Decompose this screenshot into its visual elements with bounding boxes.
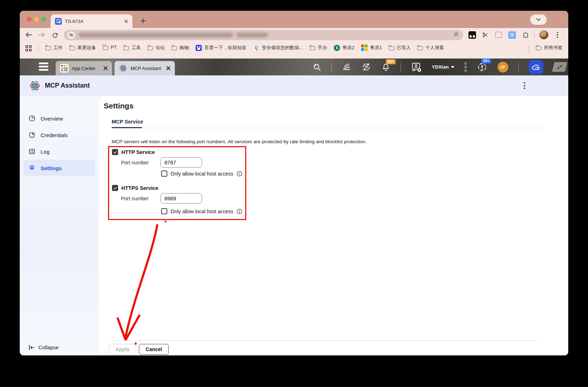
- collapse-desktop-icon[interactable]: [552, 62, 568, 72]
- http-port-input[interactable]: [160, 157, 202, 168]
- forward-icon[interactable]: [37, 31, 46, 39]
- browser-menu-icon[interactable]: [553, 31, 562, 39]
- bookmark-folder[interactable]: 工具: [123, 45, 141, 51]
- profile-avatar[interactable]: [539, 30, 549, 39]
- all-bookmarks-folder[interactable]: 所有书签: [536, 45, 563, 51]
- apply-button[interactable]: Apply: [109, 344, 136, 355]
- https-service-checkbox[interactable]: [112, 185, 118, 191]
- https-port-label: Port number: [121, 196, 160, 201]
- new-tab-button[interactable]: [138, 16, 148, 26]
- mcp-assistant-icon: [119, 64, 127, 73]
- http-service-checkbox[interactable]: [112, 149, 118, 155]
- blue-extension-icon[interactable]: [508, 31, 516, 39]
- info-icon[interactable]: [237, 171, 242, 177]
- bookmark-folder[interactable]: 已导入: [389, 45, 411, 51]
- settings-page: Settings MCP Service MCP servers will li…: [99, 96, 568, 355]
- browser-tab-strip: TS-673A: [20, 11, 568, 28]
- reload-icon[interactable]: [51, 31, 59, 39]
- nas-tab-mcp-assistant[interactable]: MCP Assistant: [115, 61, 175, 75]
- tab-active-underline: [112, 127, 142, 128]
- bookmark-sharepoint[interactable]: S售后2: [334, 45, 354, 51]
- apps-grid-icon[interactable]: [25, 45, 32, 51]
- folder-icon: [172, 46, 177, 50]
- app-menu-icon[interactable]: [524, 82, 525, 89]
- settings-description: MCP servers will listen on the following…: [112, 139, 367, 144]
- bookmark-folder[interactable]: 论坛: [148, 45, 165, 51]
- sidebar-item-settings[interactable]: Settings: [23, 160, 95, 176]
- bookmark-folder[interactable]: 工作: [46, 45, 63, 51]
- search-icon[interactable]: [313, 63, 321, 71]
- window-close-button[interactable]: [27, 17, 32, 22]
- bookmark-folder[interactable]: 购物: [172, 45, 189, 51]
- back-icon[interactable]: [24, 31, 33, 39]
- https-service-row: HTTPS Service: [112, 185, 158, 191]
- sync-icon[interactable]: [361, 62, 371, 72]
- folder-icon: [70, 46, 75, 50]
- nas-toolbar-icons: 10+ YDXian 10+: [313, 59, 566, 75]
- close-icon[interactable]: [166, 66, 171, 70]
- tab-close-icon[interactable]: [124, 19, 128, 23]
- user-name[interactable]: YDXian: [432, 64, 454, 70]
- sidebar-item-log[interactable]: Log: [23, 143, 95, 160]
- user-account-icon[interactable]: [411, 62, 422, 72]
- bookmark-folder[interactable]: PT: [103, 45, 117, 50]
- caret-down-icon: [451, 66, 454, 68]
- bookmark-folder[interactable]: 手办: [310, 45, 327, 51]
- background-tasks-icon[interactable]: [342, 63, 351, 71]
- bookmark-qnap[interactable]: Q安全储存您的数据...: [253, 45, 303, 51]
- app-body: Overview Credentials Log Settings Collap…: [20, 96, 568, 355]
- nas-more-menu-icon[interactable]: [465, 62, 467, 72]
- app-sidebar: Overview Credentials Log Settings Collap…: [20, 96, 99, 355]
- divider: [401, 62, 401, 72]
- notifications-bell-icon[interactable]: 10+: [381, 62, 391, 72]
- bookmark-baidu[interactable]: 百度一下，你就知道: [196, 45, 246, 51]
- baidu-icon: [196, 45, 202, 51]
- bookmark-microsoft[interactable]: 售后1: [361, 45, 382, 51]
- http-local-row: Only allow local host access: [161, 171, 242, 177]
- address-bar[interactable]: [64, 30, 463, 40]
- site-settings-icon[interactable]: [67, 31, 75, 39]
- toolbar-divider: [534, 31, 535, 38]
- http-local-only-checkbox[interactable]: [161, 171, 167, 177]
- scissors-extension-icon[interactable]: [481, 31, 490, 39]
- sidebar-collapse-button[interactable]: Collapse: [28, 345, 59, 350]
- main-menu-icon[interactable]: [39, 62, 48, 71]
- microsoft-icon: [361, 45, 368, 51]
- annotation-arrow: [99, 96, 568, 355]
- https-local-row: Only allow local host access: [161, 208, 242, 214]
- nas-top-bar: App Center MCP Assistant: [20, 59, 568, 75]
- bookmark-folder[interactable]: 个人博客: [417, 45, 444, 51]
- blurred-url-text: [79, 33, 233, 37]
- bookmark-folder[interactable]: 家里设备: [70, 45, 96, 51]
- tab-mcp-service[interactable]: MCP Service: [112, 119, 143, 125]
- window-minimize-button[interactable]: [34, 17, 39, 22]
- http-port-label: Port number: [121, 160, 160, 165]
- https-port-input[interactable]: [160, 193, 202, 204]
- tab-search-button[interactable]: [530, 14, 547, 25]
- tv-extension-icon[interactable]: [494, 31, 503, 39]
- firmware-update-icon[interactable]: 10+: [477, 62, 487, 73]
- https-local-only-checkbox[interactable]: [161, 208, 167, 214]
- desktop-background: TS-673A: [0, 0, 588, 387]
- nas-tab-app-center[interactable]: App Center: [56, 61, 112, 75]
- cancel-button[interactable]: Cancel: [139, 344, 169, 355]
- adblock-extension-icon[interactable]: [468, 31, 476, 39]
- folder-icon: [46, 46, 51, 50]
- pie-chart-icon: [28, 131, 36, 139]
- window-zoom-button[interactable]: [41, 17, 46, 22]
- app-title: MCP Assistant: [45, 82, 90, 89]
- browser-tab[interactable]: TS-673A: [51, 14, 132, 28]
- resource-monitor-icon[interactable]: [498, 62, 508, 73]
- bookmark-star-icon[interactable]: [453, 31, 459, 39]
- folder-icon: [123, 46, 129, 50]
- folder-icon: [148, 46, 153, 50]
- info-icon[interactable]: [237, 209, 242, 214]
- extensions-puzzle-icon[interactable]: [521, 31, 529, 39]
- myqnapcloud-icon[interactable]: [529, 60, 543, 74]
- sharepoint-icon: S: [334, 45, 340, 51]
- https-service-label: HTTPS Service: [121, 185, 158, 191]
- sidebar-item-credentials[interactable]: Credentials: [23, 127, 95, 143]
- close-icon[interactable]: [103, 66, 108, 70]
- folder-icon: [389, 46, 394, 50]
- sidebar-item-overview[interactable]: Overview: [23, 110, 95, 127]
